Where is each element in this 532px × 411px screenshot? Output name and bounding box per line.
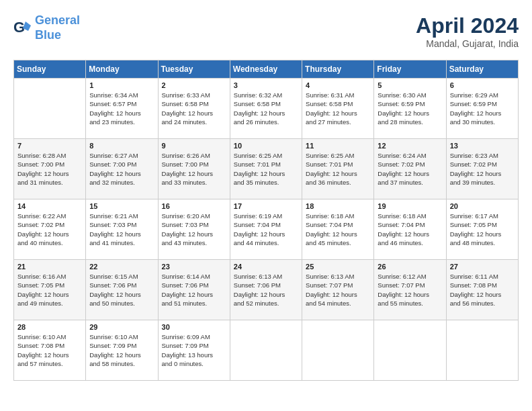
day-info: Sunrise: 6:11 AM Sunset: 7:08 PM Dayligh… bbox=[450, 272, 515, 308]
week-row-1: 1Sunrise: 6:34 AM Sunset: 6:57 PM Daylig… bbox=[14, 79, 519, 139]
day-number: 30 bbox=[162, 323, 226, 331]
week-row-2: 7Sunrise: 6:28 AM Sunset: 7:00 PM Daylig… bbox=[14, 139, 519, 199]
day-info: Sunrise: 6:34 AM Sunset: 6:57 PM Dayligh… bbox=[89, 91, 154, 126]
day-number: 21 bbox=[17, 263, 82, 271]
day-number: 29 bbox=[89, 323, 154, 331]
col-friday: Friday bbox=[374, 60, 446, 79]
col-thursday: Thursday bbox=[302, 60, 374, 79]
day-cell: 24Sunrise: 6:13 AM Sunset: 7:06 PM Dayli… bbox=[230, 260, 302, 320]
day-info: Sunrise: 6:27 AM Sunset: 7:00 PM Dayligh… bbox=[89, 151, 154, 187]
day-info: Sunrise: 6:17 AM Sunset: 7:05 PM Dayligh… bbox=[450, 212, 515, 247]
day-info: Sunrise: 6:23 AM Sunset: 7:02 PM Dayligh… bbox=[450, 151, 515, 187]
day-number: 18 bbox=[306, 202, 370, 210]
day-number: 2 bbox=[162, 81, 226, 89]
day-cell bbox=[446, 320, 518, 381]
day-number: 1 bbox=[89, 81, 154, 89]
logo-line1: General bbox=[35, 13, 80, 27]
day-cell: 6Sunrise: 6:29 AM Sunset: 6:59 PM Daylig… bbox=[446, 79, 518, 139]
location: Mandal, Gujarat, India bbox=[416, 38, 519, 49]
day-cell: 3Sunrise: 6:32 AM Sunset: 6:58 PM Daylig… bbox=[230, 79, 302, 139]
day-cell: 7Sunrise: 6:28 AM Sunset: 7:00 PM Daylig… bbox=[14, 139, 86, 199]
logo-text: General Blue bbox=[35, 13, 80, 42]
day-cell: 8Sunrise: 6:27 AM Sunset: 7:00 PM Daylig… bbox=[86, 139, 158, 199]
day-cell: 14Sunrise: 6:22 AM Sunset: 7:02 PM Dayli… bbox=[14, 199, 86, 260]
day-cell: 5Sunrise: 6:30 AM Sunset: 6:59 PM Daylig… bbox=[374, 79, 446, 139]
day-number: 27 bbox=[450, 263, 515, 271]
day-info: Sunrise: 6:12 AM Sunset: 7:07 PM Dayligh… bbox=[378, 272, 442, 308]
page-header: G General Blue April 2024 Mandal, Gujara… bbox=[13, 13, 519, 49]
week-row-5: 28Sunrise: 6:10 AM Sunset: 7:08 PM Dayli… bbox=[14, 320, 519, 381]
day-cell: 17Sunrise: 6:19 AM Sunset: 7:04 PM Dayli… bbox=[230, 199, 302, 260]
calendar-table: Sunday Monday Tuesday Wednesday Thursday… bbox=[13, 60, 519, 381]
day-info: Sunrise: 6:19 AM Sunset: 7:04 PM Dayligh… bbox=[234, 212, 298, 247]
day-number: 12 bbox=[378, 142, 442, 150]
day-info: Sunrise: 6:18 AM Sunset: 7:04 PM Dayligh… bbox=[378, 212, 442, 247]
day-cell: 4Sunrise: 6:31 AM Sunset: 6:58 PM Daylig… bbox=[302, 79, 374, 139]
svg-text:G: G bbox=[13, 19, 25, 36]
day-cell: 26Sunrise: 6:12 AM Sunset: 7:07 PM Dayli… bbox=[374, 260, 446, 320]
logo-icon: G bbox=[13, 19, 32, 38]
day-cell: 10Sunrise: 6:25 AM Sunset: 7:01 PM Dayli… bbox=[230, 139, 302, 199]
day-info: Sunrise: 6:33 AM Sunset: 6:58 PM Dayligh… bbox=[162, 91, 226, 126]
day-number: 24 bbox=[234, 263, 298, 271]
month-title: April 2024 bbox=[416, 13, 519, 38]
day-cell bbox=[230, 320, 302, 381]
day-cell: 28Sunrise: 6:10 AM Sunset: 7:08 PM Dayli… bbox=[14, 320, 86, 381]
day-cell: 18Sunrise: 6:18 AM Sunset: 7:04 PM Dayli… bbox=[302, 199, 374, 260]
logo: G General Blue bbox=[13, 13, 80, 42]
day-info: Sunrise: 6:13 AM Sunset: 7:07 PM Dayligh… bbox=[306, 272, 370, 308]
day-info: Sunrise: 6:21 AM Sunset: 7:03 PM Dayligh… bbox=[89, 212, 154, 247]
day-number: 19 bbox=[378, 202, 442, 210]
day-cell bbox=[374, 320, 446, 381]
day-number: 28 bbox=[17, 323, 82, 331]
day-number: 16 bbox=[162, 202, 226, 210]
day-cell: 23Sunrise: 6:14 AM Sunset: 7:06 PM Dayli… bbox=[158, 260, 230, 320]
day-info: Sunrise: 6:28 AM Sunset: 7:00 PM Dayligh… bbox=[17, 151, 82, 187]
day-info: Sunrise: 6:13 AM Sunset: 7:06 PM Dayligh… bbox=[234, 272, 298, 308]
day-number: 8 bbox=[89, 142, 154, 150]
day-info: Sunrise: 6:32 AM Sunset: 6:58 PM Dayligh… bbox=[234, 91, 298, 126]
day-number: 17 bbox=[234, 202, 298, 210]
day-number: 14 bbox=[17, 202, 82, 210]
day-number: 10 bbox=[234, 142, 298, 150]
logo-line2: Blue bbox=[35, 28, 61, 42]
day-info: Sunrise: 6:18 AM Sunset: 7:04 PM Dayligh… bbox=[306, 212, 370, 247]
day-info: Sunrise: 6:24 AM Sunset: 7:02 PM Dayligh… bbox=[378, 151, 442, 187]
day-cell bbox=[302, 320, 374, 381]
day-info: Sunrise: 6:29 AM Sunset: 6:59 PM Dayligh… bbox=[450, 91, 515, 126]
day-cell: 16Sunrise: 6:20 AM Sunset: 7:03 PM Dayli… bbox=[158, 199, 230, 260]
day-info: Sunrise: 6:15 AM Sunset: 7:06 PM Dayligh… bbox=[89, 272, 154, 308]
day-info: Sunrise: 6:10 AM Sunset: 7:08 PM Dayligh… bbox=[17, 332, 82, 368]
day-number: 13 bbox=[450, 142, 515, 150]
day-cell: 30Sunrise: 6:09 AM Sunset: 7:09 PM Dayli… bbox=[158, 320, 230, 381]
day-number: 25 bbox=[306, 263, 370, 271]
day-cell: 22Sunrise: 6:15 AM Sunset: 7:06 PM Dayli… bbox=[86, 260, 158, 320]
day-number: 6 bbox=[450, 81, 515, 89]
col-monday: Monday bbox=[86, 60, 158, 79]
day-number: 9 bbox=[162, 142, 226, 150]
day-info: Sunrise: 6:10 AM Sunset: 7:09 PM Dayligh… bbox=[89, 332, 154, 368]
day-number: 22 bbox=[89, 263, 154, 271]
day-info: Sunrise: 6:25 AM Sunset: 7:01 PM Dayligh… bbox=[234, 151, 298, 187]
day-number: 23 bbox=[162, 263, 226, 271]
day-number: 15 bbox=[89, 202, 154, 210]
day-number: 26 bbox=[378, 263, 442, 271]
day-cell: 1Sunrise: 6:34 AM Sunset: 6:57 PM Daylig… bbox=[86, 79, 158, 139]
day-cell: 2Sunrise: 6:33 AM Sunset: 6:58 PM Daylig… bbox=[158, 79, 230, 139]
col-tuesday: Tuesday bbox=[158, 60, 230, 79]
day-cell: 11Sunrise: 6:25 AM Sunset: 7:01 PM Dayli… bbox=[302, 139, 374, 199]
day-cell: 29Sunrise: 6:10 AM Sunset: 7:09 PM Dayli… bbox=[86, 320, 158, 381]
week-row-4: 21Sunrise: 6:16 AM Sunset: 7:05 PM Dayli… bbox=[14, 260, 519, 320]
day-info: Sunrise: 6:26 AM Sunset: 7:00 PM Dayligh… bbox=[162, 151, 226, 187]
day-cell bbox=[14, 79, 86, 139]
day-number: 4 bbox=[306, 81, 370, 89]
day-info: Sunrise: 6:09 AM Sunset: 7:09 PM Dayligh… bbox=[162, 332, 226, 368]
day-info: Sunrise: 6:25 AM Sunset: 7:01 PM Dayligh… bbox=[306, 151, 370, 187]
col-wednesday: Wednesday bbox=[230, 60, 302, 79]
day-info: Sunrise: 6:22 AM Sunset: 7:02 PM Dayligh… bbox=[17, 212, 82, 247]
day-number: 5 bbox=[378, 81, 442, 89]
week-row-3: 14Sunrise: 6:22 AM Sunset: 7:02 PM Dayli… bbox=[14, 199, 519, 260]
day-number: 11 bbox=[306, 142, 370, 150]
header-row: Sunday Monday Tuesday Wednesday Thursday… bbox=[14, 60, 519, 79]
col-sunday: Sunday bbox=[14, 60, 86, 79]
